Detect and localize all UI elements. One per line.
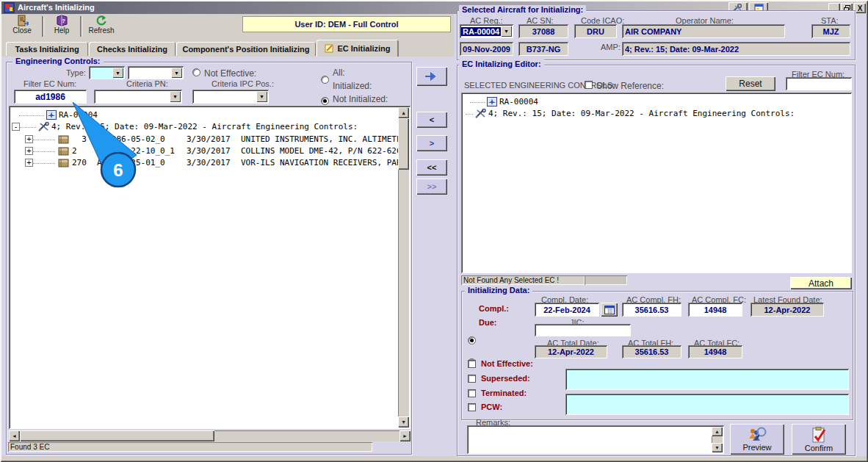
- note-pencil-icon: [325, 43, 334, 53]
- app-icon: [4, 2, 15, 13]
- ac-total-date-field: 12-Apr-2022: [535, 345, 607, 358]
- ec-num: 3: [72, 134, 97, 144]
- tree-horizontal-scrollbar[interactable]: ◄ ►: [9, 430, 411, 441]
- pcw-input[interactable]: [565, 394, 849, 415]
- tab-ec-initializing[interactable]: EC Initializing: [317, 40, 399, 57]
- tree-amp-row[interactable]: 4; Rev.: 15; Date: 09-Mar-2022 - Aircraf…: [466, 108, 795, 119]
- tree-row[interactable]: + 3 AD1986-05-02_0 3/30/2017 UNITED INST…: [25, 134, 407, 145]
- scrollbar-thumb[interactable]: [20, 430, 214, 441]
- user-banner: User ID: DEM - Full Control: [242, 16, 451, 32]
- aircraft-icon: [487, 97, 497, 107]
- latest-found-date-value: 12-Apr-2022: [764, 306, 811, 314]
- attach-button-label: Attach: [809, 278, 833, 289]
- close-button[interactable]: Close: [6, 15, 38, 37]
- ac-compl-fh-input[interactable]: 35616.53: [622, 303, 681, 317]
- expand-icon[interactable]: +: [25, 147, 33, 155]
- ac-compl-fc-input[interactable]: 14948: [688, 303, 742, 317]
- initialized-radio[interactable]: [321, 97, 329, 105]
- code-icao-field: DRU: [574, 24, 617, 38]
- scroll-right-icon[interactable]: ►: [399, 430, 411, 441]
- expand-icon[interactable]: +: [25, 135, 33, 143]
- tab-tasks-initializing[interactable]: Tasks Initializing: [6, 42, 88, 56]
- type-combo[interactable]: ▼: [89, 66, 125, 79]
- tree-root-row[interactable]: RA-00004: [470, 96, 538, 107]
- book-icon: [58, 147, 69, 156]
- scroll-down-icon[interactable]: ▼: [712, 443, 723, 452]
- latest-found-date-field: 12-Apr-2022: [751, 303, 824, 317]
- remarks-textarea[interactable]: ▲ ▼: [467, 425, 724, 454]
- toolbar-separator: [80, 16, 82, 37]
- pcw-checkbox[interactable]: [468, 403, 476, 411]
- move-left-button[interactable]: <: [416, 112, 447, 128]
- expand-icon[interactable]: +: [25, 159, 33, 167]
- apply-filter-button[interactable]: [416, 67, 447, 86]
- not-effective-radio[interactable]: [192, 68, 200, 76]
- aircraft-icon: [46, 110, 57, 120]
- editor-filter-ec-num-input[interactable]: [786, 77, 852, 90]
- ac-reg-combo[interactable]: RA-00004 ▼: [460, 24, 513, 38]
- superseded-checkbox[interactable]: [468, 375, 476, 383]
- criteria-pn-label: Criteria PN:: [126, 79, 168, 88]
- ec-date: 3/30/2017: [187, 158, 241, 167]
- tab-components-position-initializing[interactable]: Component's Position Initializing: [176, 42, 316, 56]
- close-window-button[interactable]: X: [854, 3, 866, 13]
- collapse-icon[interactable]: -: [12, 123, 20, 131]
- help-book-icon: ?: [56, 15, 68, 26]
- ec-num: 2: [72, 146, 97, 156]
- not-effective-checkbox[interactable]: [468, 360, 476, 368]
- move-all-left-button[interactable]: <<: [416, 159, 447, 176]
- engineering-controls-tree[interactable]: RA-00004 - 4; Rev.: 15; Date: 09-Mar-202…: [9, 106, 411, 429]
- ec-code: AD1986-05-02_0: [97, 134, 187, 144]
- delivery-date-field: 09-Nov-2009: [460, 42, 513, 56]
- scroll-up-icon[interactable]: ▲: [712, 427, 723, 436]
- superseded-input[interactable]: [565, 369, 849, 390]
- confirm-button[interactable]: Confirm: [792, 424, 846, 455]
- compl-radio-label: Compl.:: [479, 304, 509, 313]
- ac-sn-field: 37088: [518, 24, 568, 38]
- code-icao-value: DRU: [587, 27, 604, 36]
- scroll-left-icon[interactable]: ◄: [9, 430, 20, 441]
- jic-input[interactable]: [535, 324, 631, 336]
- tree-amp-label: 4; Rev.: 15; Date: 09-Mar-2022 - Aircraf…: [488, 109, 795, 118]
- move-right-button[interactable]: >: [416, 135, 447, 151]
- criteria-ipc-pos-combo[interactable]: ▼: [192, 90, 269, 104]
- preview-button[interactable]: Preview: [730, 424, 784, 455]
- scroll-down-icon[interactable]: ▼: [398, 416, 409, 427]
- compl-date-input[interactable]: 22-Feb-2024: [535, 303, 599, 317]
- calendar-button[interactable]: [601, 303, 618, 317]
- move-right-label: >: [430, 139, 434, 148]
- move-left-label: <: [430, 115, 434, 124]
- tab-label: EC Initializing: [337, 44, 390, 53]
- tree-root-label: RA-00004: [499, 97, 538, 107]
- criteria-pn-combo[interactable]: ▼: [94, 90, 182, 104]
- clipboard-check-icon: [810, 427, 828, 444]
- tree-row[interactable]: + 270 AD1986-25-01_0 3/30/2017 VOR-ILS N…: [25, 157, 407, 168]
- attach-button[interactable]: Attach: [790, 277, 852, 289]
- reset-button[interactable]: Reset: [726, 76, 775, 91]
- terminated-checkbox[interactable]: [468, 389, 476, 397]
- tab-checks-initializing[interactable]: Checks Initializing: [89, 42, 176, 56]
- scroll-up-icon[interactable]: ▲: [398, 107, 409, 118]
- type-value-combo[interactable]: ▼: [128, 66, 184, 79]
- show-reference-checkbox[interactable]: [585, 81, 593, 89]
- tree-vertical-scrollbar[interactable]: ▲ ▼: [398, 107, 409, 427]
- help-button[interactable]: ? Help: [46, 15, 78, 37]
- filter-ec-num-input[interactable]: ad1986: [14, 90, 87, 104]
- move-all-right-button[interactable]: >>: [416, 178, 447, 195]
- refresh-button[interactable]: Refresh: [84, 15, 119, 37]
- compl-radio[interactable]: [468, 336, 476, 344]
- compl-date-value: 22-Feb-2024: [543, 306, 590, 314]
- tree-root-row[interactable]: RA-00004: [19, 109, 98, 120]
- tree-amp-row[interactable]: - 4; Rev.: 15; Date: 09-Mar-2022 - Aircr…: [12, 121, 358, 132]
- ec-desc: VOR-ILS NAVIGATION RECEIVERS, PART: [241, 158, 407, 167]
- scrollbar-thumb[interactable]: [398, 118, 409, 170]
- delivery-date-value: 09-Nov-2009: [463, 45, 510, 54]
- operator-name-value: AIR COMPANY: [625, 27, 681, 36]
- selected-ec-tree[interactable]: RA-00004 4; Rev.: 15; Date: 09-Mar-2022 …: [461, 93, 852, 273]
- ac-type-value: B737-NG: [527, 45, 560, 54]
- close-button-label: Close: [12, 26, 32, 35]
- all-radio[interactable]: [321, 76, 329, 84]
- remarks-scrollbar[interactable]: ▲ ▼: [712, 427, 723, 452]
- tools-icon: [38, 122, 49, 131]
- tree-row[interactable]: + 2 AD1986-22-10_0_1 3/30/2017 COLLINS M…: [25, 145, 407, 156]
